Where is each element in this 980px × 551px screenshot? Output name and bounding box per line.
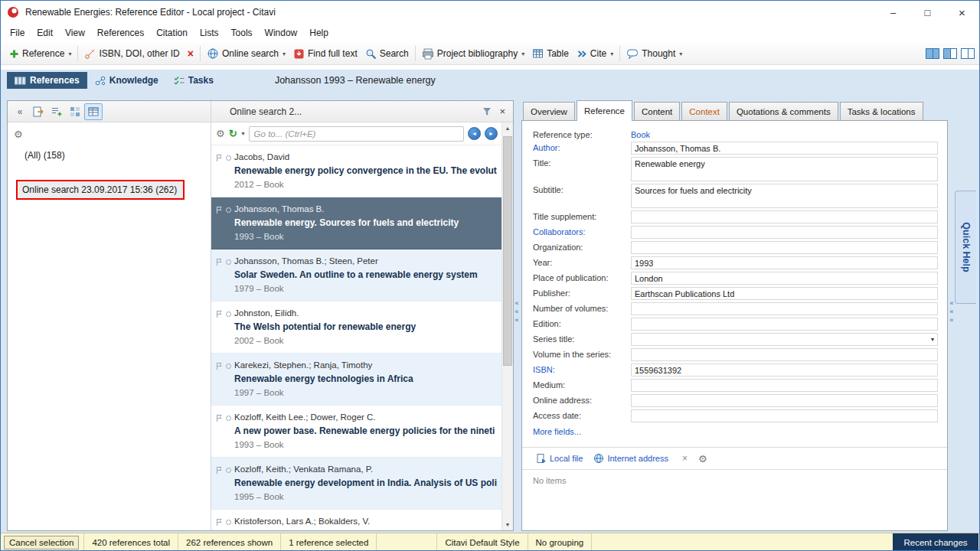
author-field[interactable]: Johansson, Thomas B. (631, 142, 938, 155)
scrollbar-thumb[interactable] (503, 136, 512, 366)
menu-lists[interactable]: Lists (194, 24, 225, 43)
export-references-button[interactable] (29, 103, 47, 120)
reference-row[interactable]: Johnston, Eilidh. The Welsh potential fo… (211, 302, 501, 354)
maximize-button[interactable]: □ (910, 1, 945, 24)
title-field[interactable]: Renewable energy (631, 157, 938, 181)
grid-view-button[interactable] (66, 103, 84, 120)
layout-left-pane-icon[interactable] (926, 48, 939, 59)
splitter-collapse-icon[interactable]: ««« (949, 299, 955, 324)
reference-list-button[interactable] (47, 103, 66, 120)
filter-icon[interactable] (479, 107, 495, 116)
close-list-button[interactable]: × (495, 106, 510, 117)
tab-reference[interactable]: Reference (577, 100, 632, 121)
list-scrollbar[interactable]: ▲ ▼ (501, 122, 513, 530)
reference-row[interactable]: Kozloff, Keith Lee.; Dower, Roger C. A n… (211, 406, 501, 458)
menu-edit[interactable]: Edit (31, 24, 59, 43)
layout-right-pane-icon[interactable] (961, 48, 975, 59)
menu-file[interactable]: File (4, 24, 31, 43)
tab-references[interactable]: References (7, 72, 87, 89)
series-volume-field[interactable] (631, 348, 938, 361)
forward-button[interactable]: ► (485, 127, 498, 140)
tab-tasks[interactable]: Tasks (166, 72, 221, 89)
tab-tasks-locations[interactable]: Tasks & locations (840, 102, 923, 121)
isbn-doi-button[interactable]: ISBN, DOI, other ID (80, 44, 183, 63)
more-fields-link[interactable]: More fields... (533, 427, 938, 436)
reference-row[interactable]: Kristoferson, Lars A.; Bokalders, V. (211, 510, 501, 530)
menu-help[interactable]: Help (303, 24, 335, 43)
search-button[interactable]: Search (361, 44, 413, 63)
menu-citation[interactable]: Citation (150, 24, 194, 43)
menu-window[interactable]: Window (259, 24, 304, 43)
table-view-button[interactable] (84, 103, 103, 120)
refresh-icon[interactable]: ↻ (229, 128, 237, 139)
internet-address-button[interactable]: Internet address (590, 453, 671, 464)
grouping-status[interactable]: No grouping (528, 538, 592, 547)
series-title-field[interactable]: ▾ (631, 333, 938, 346)
chevron-down-icon[interactable]: ▾ (931, 336, 934, 343)
project-bibliography-button[interactable]: Project bibliography ▾ (418, 44, 528, 63)
reference-row[interactable]: Johansson, Thomas B.; Steen, Peter Solar… (211, 249, 501, 302)
access-date-field[interactable] (631, 409, 938, 422)
scroll-down-icon[interactable]: ▼ (502, 519, 513, 530)
full-text-icon (293, 48, 305, 60)
table-button[interactable]: Table (528, 44, 573, 63)
scroll-up-icon[interactable]: ▲ (502, 122, 513, 134)
reference-row[interactable]: Jacobs, David Renewable energy policy co… (211, 145, 501, 197)
splitter-collapse-icon[interactable]: ««« (514, 299, 520, 324)
minimize-button[interactable]: – (876, 1, 910, 24)
close-button[interactable]: × (945, 1, 979, 24)
filter-item-online-search[interactable]: Online search 23.09.2017 15:36 (262) (16, 180, 185, 200)
main-toolbar: Reference ▾ ISBN, DOI, other ID × Online… (1, 43, 979, 65)
title-supplement-field[interactable] (631, 210, 938, 223)
add-reference-button[interactable]: Reference ▾ (5, 44, 75, 63)
back-button[interactable]: ◄ (468, 127, 481, 140)
menu-view[interactable]: View (59, 24, 91, 43)
collapse-panel-button[interactable]: « (11, 103, 29, 120)
filter-item-all[interactable]: (All) (158) (8, 147, 211, 165)
online-address-field[interactable] (631, 394, 938, 407)
field-label-link[interactable]: Author: (533, 142, 631, 155)
publisher-field[interactable]: Earthscan Publications Ltd (631, 287, 938, 300)
reference-type-link[interactable]: Book (631, 129, 650, 139)
citation-style[interactable]: Citavi Default Style (437, 538, 527, 547)
place-field[interactable]: London (631, 272, 938, 285)
tab-quotations[interactable]: Quotations & comments (729, 102, 838, 121)
local-file-button[interactable]: Local file (533, 453, 586, 464)
reference-row[interactable]: Kozloff, Keith.; Venkata Ramana, P. Rene… (211, 458, 501, 510)
volumes-field[interactable] (631, 302, 938, 315)
tab-content[interactable]: Content (634, 102, 680, 121)
menu-tools[interactable]: Tools (225, 24, 259, 43)
subtitle-field[interactable]: Sources for fuels and electricity (631, 184, 938, 208)
tab-overview[interactable]: Overview (523, 102, 575, 121)
gear-icon[interactable]: ⚙ (14, 129, 23, 140)
medium-field[interactable] (631, 379, 938, 392)
gear-icon[interactable]: ⚙ (216, 128, 225, 139)
online-search-button[interactable]: Online search ▾ (203, 44, 289, 63)
reference-row-selected[interactable]: Johansson, Thomas B. Renewable energy. S… (211, 197, 501, 249)
gear-icon[interactable]: ⚙ (698, 453, 707, 465)
recent-changes-button[interactable]: Recent changes (893, 533, 978, 551)
isbn-field[interactable]: 1559631392 (631, 364, 938, 377)
filter-list: (All) (158) Online search 23.09.2017 15:… (8, 145, 211, 530)
tab-context[interactable]: Context (681, 102, 727, 121)
quick-help-tab[interactable]: Quick Help (955, 191, 976, 304)
find-full-text-button[interactable]: Find full text (289, 44, 361, 63)
year-field[interactable]: 1993 (631, 256, 938, 269)
field-label-link[interactable]: Collaborators: (533, 226, 631, 239)
delete-reference-button[interactable]: × (184, 44, 198, 63)
reference-row[interactable]: Karekezi, Stephen.; Ranja, Timothy Renew… (211, 354, 501, 406)
remove-attachment-button[interactable]: × (676, 453, 694, 464)
edition-field[interactable] (631, 318, 938, 331)
field-label-link[interactable]: ISBN: (533, 364, 631, 377)
tab-knowledge[interactable]: Knowledge (87, 72, 166, 89)
menu-references[interactable]: References (91, 24, 150, 43)
collaborators-field[interactable] (631, 226, 938, 239)
thought-button[interactable]: Thought ▾ (622, 44, 686, 63)
cancel-selection-button[interactable]: Cancel selection (4, 536, 79, 549)
title-bar: Renewable Energies: Reference Editor - L… (1, 1, 979, 24)
status-separator (591, 533, 592, 551)
organization-field[interactable] (631, 241, 938, 254)
cite-button[interactable]: Cite ▾ (573, 44, 617, 63)
layout-middle-pane-icon[interactable] (943, 48, 957, 59)
goto-input[interactable] (249, 126, 464, 142)
